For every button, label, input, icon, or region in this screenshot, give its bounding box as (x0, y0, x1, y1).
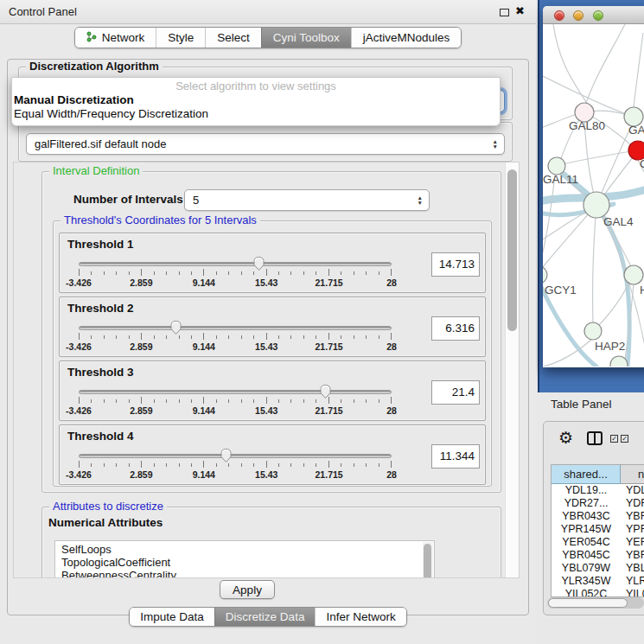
threshold-panel: Threshold 2 -3.4262.8599.14415.4321.7152… (59, 296, 486, 357)
cyni-toolbox-content: Discretization Algorithm ▲▼ Table Data g… (7, 59, 529, 615)
numerical-attributes-list[interactable]: SelfLoopsTopologicalCoefficientBetweenne… (54, 540, 435, 578)
tick-label: 9.144 (193, 277, 215, 288)
close-icon[interactable]: ✖ (515, 4, 525, 17)
number-of-intervals-value: 5 (193, 194, 199, 207)
tick-label: 2.859 (130, 469, 152, 480)
table-row[interactable]: YDL19...YDL1 (552, 484, 644, 497)
threshold-slider[interactable]: -3.4262.8599.14415.4321.71528 (79, 254, 392, 290)
network-icon (86, 31, 97, 45)
minimize-traffic-light-icon[interactable] (573, 10, 583, 21)
popup-item[interactable]: Equal Width/Frequency Discretization (12, 107, 500, 121)
attribute-list-item[interactable]: TopologicalCoefficient (55, 556, 434, 569)
table-cell: YBL0 (621, 562, 644, 575)
slider-track[interactable] (79, 454, 392, 458)
thresholds-group: Threshold's Coordinates for 5 Intervals … (53, 220, 492, 487)
table-h-scrollbar[interactable] (547, 597, 644, 609)
table-cell: YER054C (552, 536, 621, 549)
zoom-traffic-light-icon[interactable] (593, 10, 603, 21)
table-cell: YDR27... (552, 497, 621, 510)
threshold-value-field[interactable]: 11.344 (431, 444, 480, 469)
table-h-scrollbar-thumb[interactable] (548, 598, 628, 608)
tab-style[interactable]: Style (156, 28, 205, 48)
table-row[interactable]: YBR045CYBR0 (552, 549, 644, 562)
columns-icon[interactable] (587, 431, 603, 445)
checkbox-icon[interactable]: ✓ (621, 435, 628, 443)
tick-label: 15.43 (255, 405, 277, 416)
tab-network[interactable]: Network (75, 28, 156, 48)
tab-infer-network[interactable]: Infer Network (315, 608, 405, 626)
gear-icon[interactable]: ⚙ (558, 428, 573, 448)
popup-item[interactable]: Manual Discretization (12, 93, 500, 107)
table-data-combo-value: galFiltered.sif default node (35, 137, 166, 150)
table-row[interactable]: YLR345WYLR3 (552, 575, 644, 588)
number-of-intervals-combo[interactable]: 5 ▲▼ (184, 189, 430, 211)
slider-track[interactable] (79, 390, 392, 394)
tab-jactivemnodules[interactable]: jActiveMNodules (351, 28, 462, 48)
slider-tick-labels: -3.4262.8599.14415.4321.71528 (79, 405, 392, 416)
tick-label: -3.426 (66, 405, 92, 416)
attributes-group-title: Attributes to discretize (49, 500, 167, 513)
tick-label: 9.144 (193, 341, 215, 352)
network-node[interactable] (584, 322, 602, 340)
tick-label: 21.715 (316, 277, 343, 288)
list-scrollbar-thumb[interactable] (424, 544, 431, 578)
network-node[interactable] (548, 157, 565, 175)
tick-label: 9.144 (193, 469, 215, 480)
slider-ticks (79, 333, 392, 341)
threshold-value-field[interactable]: 14.713 (431, 252, 480, 277)
network-node[interactable] (624, 265, 643, 284)
table-row[interactable]: YDR27...YDR2 (552, 497, 644, 510)
float-panel-icon[interactable] (500, 9, 509, 16)
network-node[interactable] (543, 266, 547, 284)
close-traffic-light-icon[interactable] (554, 10, 564, 21)
slider-track[interactable] (79, 326, 392, 330)
list-scrollbar[interactable] (423, 542, 433, 578)
table-cell: YBR0 (621, 549, 644, 562)
table-header-row: shared...na (552, 465, 644, 484)
slider-track[interactable] (79, 262, 392, 266)
checkbox-icon[interactable]: ✓ (610, 435, 618, 443)
network-node-label: C (640, 157, 644, 170)
tick-label: 28 (386, 341, 397, 352)
network-window-titlebar[interactable] (543, 6, 644, 24)
tab-impute-data[interactable]: Impute Data (130, 608, 214, 626)
threshold-slider[interactable]: -3.4262.8599.14415.4321.71528 (79, 318, 392, 354)
table-row[interactable]: YBL079WYBL0 (552, 562, 644, 575)
attributes-group: Attributes to discretize Numerical Attri… (41, 507, 501, 578)
attribute-list-item[interactable]: BetweennessCentrality (55, 569, 434, 578)
slider-ticks (79, 397, 392, 405)
threshold-value-field[interactable]: 6.316 (431, 316, 480, 341)
panel-title: Control Panel (9, 0, 77, 24)
table-row[interactable]: YBR043CYBR0 (552, 510, 644, 523)
table-data-combo[interactable]: galFiltered.sif default node ▲▼ (26, 133, 505, 155)
table-cell: YIL052C (552, 588, 621, 597)
table-cell: YIL0 (621, 588, 644, 597)
table-toolbar: ⚙ ✓ ✓ (544, 427, 644, 455)
tick-label: 15.43 (255, 341, 277, 352)
tab-select[interactable]: Select (205, 28, 261, 48)
tick-label: 15.43 (255, 277, 277, 288)
tab-discretize-data[interactable]: Discretize Data (214, 608, 316, 626)
table-row[interactable]: YPR145WYPR1 (552, 523, 644, 536)
column-header-shared[interactable]: shared... (552, 465, 621, 484)
panel-scrollbar[interactable] (505, 163, 519, 577)
threshold-label: Threshold 1 (67, 238, 134, 251)
thresholds-group-title: Threshold's Coordinates for 5 Intervals (61, 214, 260, 227)
popup-placeholder[interactable]: Select algorithm to view settings (12, 80, 500, 93)
slider-tick-labels: -3.4262.8599.14415.4321.71528 (79, 341, 392, 352)
column-header-name[interactable]: na (621, 465, 644, 484)
threshold-label: Threshold 2 (67, 302, 134, 315)
threshold-value-field[interactable]: 21.4 (431, 380, 480, 405)
threshold-slider[interactable]: -3.4262.8599.14415.4321.71528 (79, 446, 392, 482)
table-row[interactable]: YER054CYER0 (552, 536, 644, 549)
table-cell: YPR1 (621, 523, 644, 536)
table-row[interactable]: YIL052CYIL0 (552, 588, 644, 597)
apply-button[interactable]: Apply (220, 580, 275, 599)
network-canvas[interactable]: GAL80GACGAL11GAL4GCY1HHAP2 (543, 24, 644, 367)
tab-cyni-toolbox[interactable]: Cyni Toolbox (261, 28, 351, 48)
algorithm-dropdown-popup: Select algorithm to view settings Manual… (11, 77, 501, 126)
attribute-list-item[interactable]: SelfLoops (55, 543, 434, 556)
network-node[interactable] (583, 192, 609, 218)
threshold-slider[interactable]: -3.4262.8599.14415.4321.71528 (79, 382, 392, 418)
panel-scrollbar-thumb[interactable] (507, 169, 517, 331)
